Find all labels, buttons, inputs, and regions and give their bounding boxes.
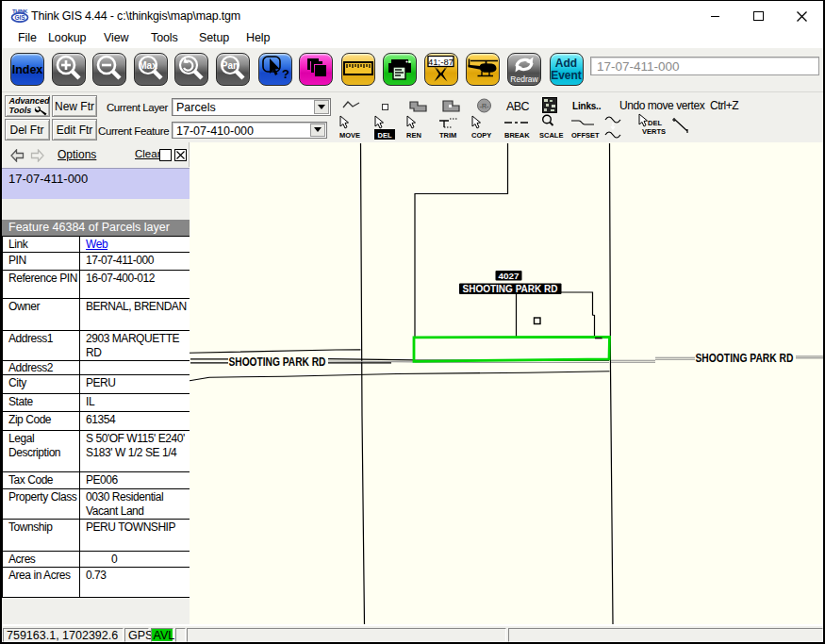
- svg-text:Pan: Pan: [222, 60, 239, 71]
- svg-text:BREAK: BREAK: [504, 131, 530, 140]
- svg-text:4027: 4027: [499, 271, 520, 281]
- svg-text:VERTS: VERTS: [642, 127, 666, 136]
- svg-text:SHOOTING PARK RD: SHOOTING PARK RD: [229, 355, 326, 369]
- svg-text:Max: Max: [139, 60, 157, 71]
- svg-text:GIS: GIS: [14, 14, 25, 21]
- svg-text:41;-87: 41;-87: [428, 57, 454, 67]
- svg-text:Redraw: Redraw: [510, 74, 538, 84]
- svg-text:SCALE: SCALE: [539, 131, 563, 140]
- svg-text:SHOOTING PARK RD: SHOOTING PARK RD: [696, 352, 794, 365]
- svg-text:OFFSET: OFFSET: [571, 131, 600, 140]
- svg-text:REN: REN: [406, 131, 421, 140]
- svg-text:DEL: DEL: [378, 131, 392, 140]
- svg-text:-R-: -R-: [480, 103, 489, 109]
- svg-text:TRIM: TRIM: [439, 131, 456, 140]
- svg-text:SHOOTING PARK RD: SHOOTING PARK RD: [463, 284, 558, 294]
- svg-text:DEL: DEL: [648, 119, 662, 127]
- svg-text:COPY: COPY: [471, 131, 491, 140]
- svg-text:?: ?: [282, 67, 289, 81]
- svg-text:MOVE: MOVE: [339, 131, 360, 140]
